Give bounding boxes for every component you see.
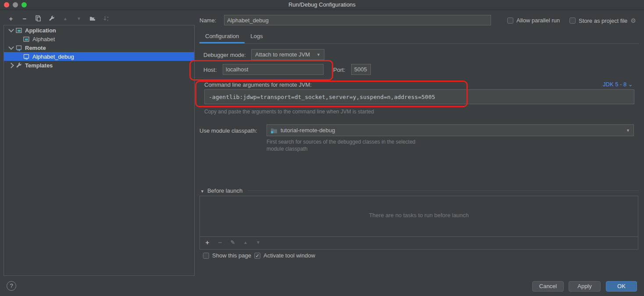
show-this-page-checkbox[interactable] [203,253,209,259]
move-up-button[interactable]: ▲ [61,14,69,22]
chevron-down-icon: ▼ [317,53,320,57]
jdk-version-link[interactable]: JDK 5 - 8 ⌄ [603,81,633,88]
port-label: Port: [333,67,345,73]
name-label: Name: [199,17,216,24]
module-folder-icon [270,127,278,134]
before-launch-separator [248,190,639,191]
copy-icon [35,15,41,21]
allow-parallel-run-option[interactable]: Allow parallel run [507,17,560,24]
host-label: Host: [203,67,217,73]
add-configuration-button[interactable]: + [7,14,15,22]
store-settings-gear-icon[interactable]: ⚙ [630,17,636,24]
activate-tool-window-checkbox[interactable]: ✓ [254,253,260,259]
before-launch-title: Before launch [207,187,242,194]
tree-node-remote[interactable]: Remote [4,43,194,52]
chevron-down-icon: ▼ [626,128,630,133]
remote-config-icon [16,45,22,51]
debugger-mode-select[interactable]: Attach to remote JVM ▼ [251,49,324,60]
new-folder-icon [89,15,96,21]
tabs-separator [199,43,639,44]
cancel-button[interactable]: Cancel [532,281,564,292]
remove-configuration-button[interactable]: − [21,14,28,22]
port-input[interactable] [351,64,371,75]
cmdline-label: Command line arguments for remote JVM: [204,81,312,88]
debugger-mode-value: Attach to remote JVM [255,51,310,58]
apply-button[interactable]: Apply [569,281,601,292]
before-launch-header[interactable]: ▼Before launch [200,187,242,194]
remote-config-icon [23,53,30,60]
remove-task-button[interactable]: − [216,238,224,246]
chevron-right-icon[interactable] [8,63,14,68]
allow-parallel-run-label: Allow parallel run [516,17,560,24]
copy-configuration-button[interactable] [34,14,42,22]
tree-node-alphabet-debug[interactable]: Alphabet_debug [4,52,194,61]
help-button[interactable]: ? [7,281,16,291]
application-icon [16,27,22,34]
move-down-button[interactable]: ▼ [75,14,83,22]
before-launch-empty-text: There are no tasks to run before launch [200,212,638,218]
tree-node-application[interactable]: Application [4,26,194,35]
tree-node-alphabet[interactable]: Alphabet [4,35,194,43]
chevron-down-icon[interactable] [8,44,14,50]
store-as-project-file-label: Store as project file [579,18,627,24]
move-task-down-button[interactable]: ▼ [254,238,262,246]
debugger-mode-label: Debugger mode: [203,52,246,58]
host-input[interactable] [223,64,324,75]
allow-parallel-run-checkbox[interactable] [507,18,513,24]
cmdline-input[interactable] [204,89,634,104]
configurations-tree: Application Alphabet Remote Alphabet_deb… [4,25,195,276]
svg-text:z: z [107,18,108,21]
module-classpath-select[interactable]: tutorial-remote-debug ▼ [267,124,634,136]
collapse-arrow-icon[interactable]: ▼ [200,189,204,194]
edit-task-button[interactable]: ✎ [229,238,237,246]
edit-defaults-button[interactable] [48,14,56,22]
window-title: Run/Debug Configurations [0,0,644,10]
tree-node-label: Templates [25,62,53,69]
tab-configuration[interactable]: Configuration [199,30,245,43]
sort-configurations-button[interactable]: a z [102,14,110,22]
templates-icon [16,62,22,69]
configurations-toolbar: + − ▲ ▼ a z [7,14,110,23]
chevron-down-icon: ⌄ [628,81,633,88]
store-as-project-file-option[interactable]: Store as project file ⚙ [569,17,636,24]
module-classpath-label: Use module classpath: [199,127,257,134]
tree-node-label: Remote [25,45,46,51]
cmdline-hint: Copy and paste the arguments to the comm… [204,109,374,115]
add-task-button[interactable]: + [203,238,211,246]
application-icon [23,36,30,42]
show-this-page-label: Show this page [212,252,251,259]
module-classpath-hint: First search for sources of the debugged… [267,138,416,152]
config-tabs: Configuration Logs [199,30,269,43]
create-folder-button[interactable] [89,14,96,22]
tree-node-label: Alphabet_debug [32,53,74,60]
name-input[interactable] [224,15,491,25]
store-as-project-file-checkbox[interactable] [569,18,576,24]
before-launch-panel: There are no tasks to run before launch … [199,196,638,250]
before-launch-toolbar-separator [200,236,638,237]
sort-az-icon: a z [103,15,110,22]
run-debug-configurations-dialog: Run/Debug Configurations + − ▲ ▼ [0,0,644,296]
tab-logs[interactable]: Logs [245,30,268,43]
move-task-up-button[interactable]: ▲ [242,238,249,246]
ok-button[interactable]: OK [606,281,637,292]
activate-tool-window-label: Activate tool window [263,252,315,259]
tree-node-templates[interactable]: Templates [4,61,194,70]
activate-tool-window-option[interactable]: ✓ Activate tool window [254,252,315,259]
tree-node-label: Alphabet [32,36,55,42]
tree-node-label: Application [25,27,56,34]
module-classpath-value: tutorial-remote-debug [281,127,335,134]
jdk-version-text: JDK 5 - 8 [603,81,626,88]
title-bar: Run/Debug Configurations [0,0,644,10]
show-this-page-option[interactable]: Show this page [203,252,251,259]
svg-text:a: a [107,15,109,18]
chevron-down-icon[interactable] [8,27,14,32]
before-launch-toolbar: + − ✎ ▲ ▼ [203,238,262,246]
wrench-icon [49,15,55,21]
